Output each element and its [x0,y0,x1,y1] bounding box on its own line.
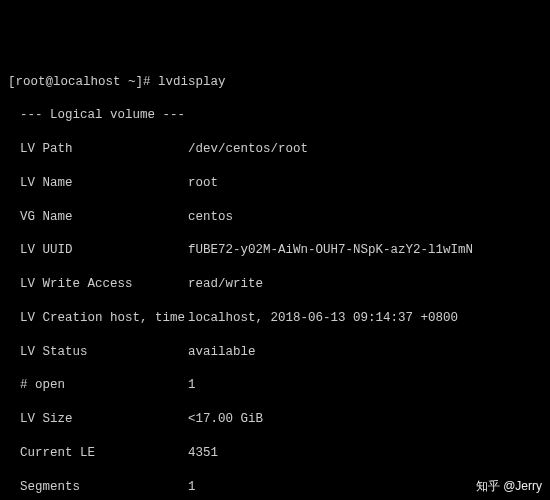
val-vg-name: centos [188,209,233,226]
line-open: # open1 [8,377,542,394]
val-lv-path: /dev/centos/root [188,141,308,158]
label-open: # open [8,377,188,394]
val-lv-size: <17.00 GiB [188,411,263,428]
lv-header-1: --- Logical volume --- [8,107,542,124]
val-lv-write: read/write [188,276,263,293]
val-lv-status: available [188,344,256,361]
label-vg-name: VG Name [8,209,188,226]
val-lv-creation: localhost, 2018-06-13 09:14:37 +0800 [188,310,458,327]
line-lv-creation: LV Creation host, timelocalhost, 2018-06… [8,310,542,327]
val-segments: 1 [188,479,196,496]
prompt-text: [root@localhost ~]# [8,75,158,89]
val-lv-uuid: fUBE72-y02M-AiWn-OUH7-NSpK-azY2-l1wImN [188,242,473,259]
label-lv-write: LV Write Access [8,276,188,293]
line-current-le: Current LE4351 [8,445,542,462]
line-vg-name: VG Namecentos [8,209,542,226]
label-lv-creation: LV Creation host, time [8,310,188,327]
line-lv-size: LV Size<17.00 GiB [8,411,542,428]
line-segments: Segments1 [8,479,542,496]
line-lv-uuid: LV UUIDfUBE72-y02M-AiWn-OUH7-NSpK-azY2-l… [8,242,542,259]
val-lv-name: root [188,175,218,192]
prompt-line-1: [root@localhost ~]# lvdisplay [8,74,542,91]
line-lv-path: LV Path/dev/centos/root [8,141,542,158]
line-lv-status: LV Statusavailable [8,344,542,361]
val-open: 1 [188,377,196,394]
line-lv-write: LV Write Accessread/write [8,276,542,293]
label-lv-path: LV Path [8,141,188,158]
label-lv-size: LV Size [8,411,188,428]
label-current-le: Current LE [8,445,188,462]
val-current-le: 4351 [188,445,218,462]
label-lv-uuid: LV UUID [8,242,188,259]
line-lv-name: LV Nameroot [8,175,542,192]
label-lv-name: LV Name [8,175,188,192]
label-lv-status: LV Status [8,344,188,361]
watermark-text: 知乎 @Jerry [476,478,542,494]
command-text: lvdisplay [158,75,226,89]
label-segments: Segments [8,479,188,496]
